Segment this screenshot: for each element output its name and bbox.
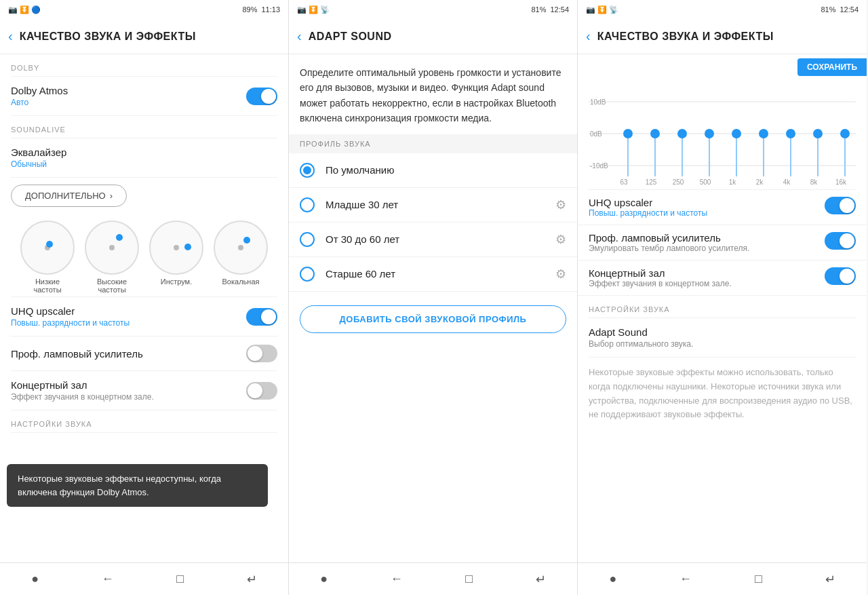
status-bar-2: 📷 ⏬ 📡 81% 12:54	[289, 0, 577, 19]
knob-treble[interactable]: Высокиечастоты	[80, 220, 144, 294]
gear-icon-30-60[interactable]: ⚙	[555, 232, 566, 247]
knob-vocal-center	[238, 245, 243, 250]
nav-square-1[interactable]: □	[168, 572, 192, 586]
back-button-2[interactable]: ‹	[297, 28, 302, 44]
eq-divider	[11, 177, 277, 178]
uhq-row[interactable]: UHQ upscaler Повыш. разрядности и частот…	[0, 297, 288, 336]
svg-point-13	[705, 129, 714, 138]
add-profile-button[interactable]: ДОБАВИТЬ СВОЙ ЗВУКОВОЙ ПРОФИЛЬ	[300, 305, 566, 333]
nav-square-3[interactable]: □	[747, 572, 770, 586]
svg-text:2k: 2k	[756, 178, 764, 186]
equalizer-row[interactable]: Эквалайзер Обычный	[0, 138, 288, 177]
nav-return-3[interactable]: ↵	[817, 572, 844, 587]
nav-dot-2[interactable]: ●	[312, 572, 336, 586]
back-button-1[interactable]: ‹	[8, 28, 13, 44]
knob-treble-center	[109, 245, 115, 250]
p3-lamp-toggle[interactable]	[825, 232, 856, 250]
panel-adapt-sound: 📷 ⏬ 📡 81% 12:54 ‹ ADAPT SOUND Определите…	[289, 0, 578, 595]
p3-adapt-sound-row[interactable]: Adapt Sound Выбор оптимального звука.	[578, 318, 867, 357]
panel-sound-quality-3: 📷 ⏬ 📡 81% 12:54 ‹ КАЧЕСТВО ЗВУКА И ЭФФЕК…	[578, 0, 867, 595]
back-button-3[interactable]: ‹	[586, 28, 591, 44]
uhq-text: UHQ upscaler Повыш. разрядности и частот…	[11, 305, 130, 328]
svg-point-21	[813, 129, 823, 138]
knob-vocal[interactable]: Вокальная	[209, 220, 273, 294]
nav-dot-3[interactable]: ●	[601, 572, 625, 586]
p3-concert-title: Концертный зал	[589, 267, 732, 279]
additional-button[interactable]: ДОПОЛНИТЕЛЬНО ›	[11, 185, 127, 207]
radio-over60[interactable]	[300, 267, 315, 282]
profile-30-60[interactable]: От 30 до 60 лет ⚙	[289, 223, 577, 257]
profile-over60[interactable]: Старше 60 лет ⚙	[289, 257, 577, 292]
profile-default[interactable]: По умолчанию	[289, 153, 577, 188]
radio-30-60[interactable]	[300, 232, 315, 247]
svg-text:63: 63	[620, 178, 628, 186]
svg-point-17	[759, 129, 768, 138]
nav-back-1[interactable]: ←	[94, 572, 122, 586]
gear-icon-over60[interactable]: ⚙	[555, 267, 566, 282]
adapt-description: Определите оптимальный уровень громкости…	[289, 54, 577, 134]
p3-adapt-sound-text: Adapt Sound Выбор оптимального звука.	[589, 326, 693, 349]
soundalive-section-label: SOUNDALIVE	[0, 116, 288, 138]
prof-lamp-toggle[interactable]	[246, 345, 277, 362]
concert-subtitle: Эффект звучания в концертном зале.	[11, 392, 154, 402]
bottom-nav-3: ● ← □ ↵	[578, 562, 867, 595]
profile-default-label: По умолчанию	[326, 164, 566, 176]
knob-treble-dial[interactable]	[85, 220, 139, 275]
knob-instrument[interactable]: Инструм.	[144, 220, 209, 294]
p3-lamp-row[interactable]: Проф. ламповый усилитель Эмулировать тем…	[578, 225, 867, 261]
concert-row[interactable]: Концертный зал Эффект звучания в концерт…	[0, 371, 288, 410]
knob-instrument-label: Инструм.	[161, 277, 193, 286]
dolby-atmos-text: Dolby Atmos Авто	[11, 85, 68, 107]
knob-area: Низкиечастоты Высокиечастоты Инструм.	[0, 214, 288, 296]
dolby-atmos-toggle[interactable]	[246, 88, 277, 105]
knob-treble-label: Высокиечастоты	[97, 277, 127, 294]
p3-sound-settings-label: НАСТРОЙКИ ЗВУКА	[578, 296, 867, 318]
profile-section-label: ПРОФИЛЬ ЗВУКА	[289, 134, 577, 153]
knob-instrument-dial[interactable]	[149, 220, 203, 275]
knob-bass-dot	[46, 241, 53, 248]
profile-under30[interactable]: Младше 30 лет ⚙	[289, 188, 577, 223]
knob-vocal-dial[interactable]	[214, 220, 268, 275]
nav-back-3[interactable]: ←	[671, 572, 700, 586]
nav-back-2[interactable]: ←	[382, 572, 411, 586]
prof-lamp-row[interactable]: Проф. ламповый усилитель	[0, 337, 288, 370]
p3-adapt-sound-title: Adapt Sound	[589, 326, 693, 338]
nav-square-2[interactable]: □	[457, 572, 481, 586]
p3-uhq-row[interactable]: UHQ upscaler Повыш. разрядности и частот…	[578, 190, 867, 225]
knob-bass[interactable]: Низкиечастоты	[16, 220, 80, 294]
concert-toggle[interactable]	[246, 382, 277, 400]
p3-concert-toggle[interactable]	[825, 267, 856, 285]
nav-return-2[interactable]: ↵	[528, 572, 554, 587]
svg-text:10dB: 10dB	[590, 98, 606, 106]
additional-btn-label: ДОПОЛНИТЕЛЬНО	[25, 191, 106, 201]
status-right-3: 81% 12:54	[821, 5, 859, 14]
p3-concert-row[interactable]: Концертный зал Эффект звучания в концерт…	[578, 261, 867, 296]
radio-under30[interactable]	[300, 197, 315, 212]
p3-note: Некоторые звуковые эффекты можно использ…	[578, 358, 867, 430]
knob-bass-dial[interactable]	[20, 220, 75, 275]
nav-return-1[interactable]: ↵	[239, 572, 265, 587]
dolby-atmos-title: Dolby Atmos	[11, 85, 68, 96]
uhq-toggle[interactable]	[246, 308, 277, 326]
time-1: 11:13	[261, 5, 280, 14]
gear-icon-under30[interactable]: ⚙	[555, 197, 566, 212]
page-title-2: ADAPT SOUND	[309, 31, 392, 43]
knob-vocal-dot	[243, 237, 250, 244]
bottom-nav-1: ● ← □ ↵	[0, 562, 288, 595]
uhq-title: UHQ upscaler	[11, 305, 130, 317]
svg-text:125: 125	[646, 178, 657, 186]
uhq-subtitle: Повыш. разрядности и частоты	[11, 318, 130, 328]
dolby-atmos-row[interactable]: Dolby Atmos Авто	[0, 77, 288, 115]
save-button[interactable]: СОХРАНИТЬ	[797, 58, 867, 76]
prof-lamp-text: Проф. ламповый усилитель	[11, 348, 143, 360]
dolby-section-label: DOLBY	[0, 54, 288, 76]
battery-3: 81%	[821, 5, 835, 14]
sound-settings-divider	[11, 432, 277, 433]
p3-uhq-toggle[interactable]	[825, 197, 856, 214]
nav-dot-1[interactable]: ●	[23, 572, 47, 586]
prof-lamp-title: Проф. ламповый усилитель	[11, 348, 143, 360]
svg-text:8k: 8k	[810, 178, 818, 186]
sound-settings-label: НАСТРОЙКИ ЗВУКА	[0, 410, 288, 432]
time-2: 12:54	[550, 5, 569, 14]
radio-default[interactable]	[300, 163, 315, 178]
